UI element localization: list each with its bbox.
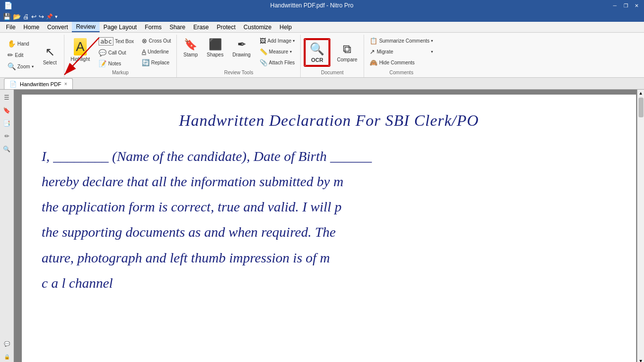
attach-label: Attach Files (269, 60, 295, 65)
pdf-line5: ature, photograph and left thumb impress… (42, 248, 616, 267)
shapes-button[interactable]: ⬛ Shapes (203, 36, 227, 60)
drawing-button[interactable]: ✒ Drawing (229, 36, 254, 60)
replace-button[interactable]: 🔄 Replace (139, 57, 173, 68)
ocr-button[interactable]: 🔍 OCR (305, 39, 329, 66)
title-bar: 📄 Handwritten PDF.pdf - Nitro Pro ─ ❐ ✕ (0, 0, 644, 11)
hide-comments-button[interactable]: 🙈 Hide Comments (367, 57, 435, 68)
sidebar-search[interactable]: 🔍 (1, 143, 13, 155)
qa-save[interactable]: 💾 (3, 13, 11, 20)
add-image-button[interactable]: 🖼 Add Image ▾ (257, 36, 297, 46)
sidebar-thumbnails[interactable]: ☰ (1, 92, 13, 103)
callout-button[interactable]: 💬 Call Out (96, 48, 136, 58)
crossout-button[interactable]: ⊗ Cross Out (139, 36, 173, 46)
pdf-viewer[interactable]: Handwritten Declaration For SBI Clerk/PO… (14, 90, 644, 362)
sidebar-annotations[interactable]: ✏ (1, 130, 13, 142)
crossout-icon: ⊗ (142, 37, 147, 45)
qa-undo[interactable]: ↩ (31, 13, 37, 20)
markup-group-label: Markup (112, 69, 128, 76)
hide-icon: 🙈 (370, 59, 377, 66)
minimize-button[interactable]: ─ (611, 2, 618, 9)
menu-bar: File Home Convert Review Page Layout For… (0, 22, 644, 33)
pdf-title: Handwritten Declaration For SBI Clerk/PO (42, 109, 616, 132)
underline-label: Underline (148, 49, 169, 54)
textbox-label: Text Box (115, 39, 134, 44)
close-button[interactable]: ✕ (633, 2, 640, 9)
ribbon-group-comments: 📋 Summarize Comments ▾ ↗ Migrate ▾ 🙈 Hid… (364, 35, 438, 77)
highlight-label: Highlight (71, 56, 90, 62)
menu-home[interactable]: Home (19, 22, 43, 32)
menu-convert[interactable]: Convert (43, 22, 72, 32)
sidebar-bookmarks[interactable]: 🔖 (1, 104, 13, 116)
summarize-dropdown: ▾ (431, 39, 433, 43)
document-tab[interactable]: 📄 Handwritten PDF × (4, 78, 73, 89)
summarize-comments-button[interactable]: 📋 Summarize Comments ▾ (367, 36, 435, 46)
menu-share[interactable]: Share (165, 22, 189, 32)
zoom-button[interactable]: 🔍 Zoom ▾ (5, 61, 36, 72)
pdf-tab-icon: 📄 (9, 81, 17, 88)
callout-label: Call Out (108, 50, 126, 55)
sidebar-pages[interactable]: 📑 (1, 117, 13, 129)
pdf-line2: hereby declare that all the information … (42, 172, 616, 191)
shapes-label: Shapes (207, 52, 223, 57)
ocr-icon: 🔍 (310, 42, 324, 56)
textbox-button[interactable]: abc Text Box (96, 36, 136, 47)
crossout-label: Cross Out (149, 38, 171, 44)
window-title: Handwritten PDF.pdf - Nitro Pro (12, 2, 611, 9)
scroll-down-button[interactable]: ▼ (638, 358, 644, 362)
tab-bar: 📄 Handwritten PDF × (0, 78, 644, 90)
sidebar-extra2[interactable]: 🔒 (1, 351, 13, 362)
menu-forms[interactable]: Forms (141, 22, 165, 32)
hand-button[interactable]: ✋ Hand (5, 38, 36, 49)
sidebar-extra1[interactable]: 💬 (1, 338, 13, 350)
stamp-icon: 🔖 (184, 38, 197, 51)
compare-button[interactable]: ⧉ Compare (333, 40, 361, 65)
menu-pagelayout[interactable]: Page Layout (100, 22, 141, 32)
ribbon-group-hand: ✋ Hand ✏ Edit 🔍 Zoom ▾ ↖ (2, 35, 64, 77)
qa-dropdown[interactable]: ▾ (55, 14, 57, 19)
menu-customize[interactable]: Customize (240, 22, 276, 32)
pdf-content: Handwritten Declaration For SBI Clerk/PO… (42, 109, 616, 293)
notes-button[interactable]: 📝 Notes (96, 58, 136, 69)
add-image-icon: 🖼 (260, 37, 266, 45)
comments-group-label: Comments (389, 69, 413, 76)
menu-protect[interactable]: Protect (213, 22, 240, 32)
menu-help[interactable]: Help (275, 22, 296, 32)
highlight-icon: A (74, 38, 86, 55)
ocr-label: OCR (311, 57, 323, 63)
ribbon: ✋ Hand ✏ Edit 🔍 Zoom ▾ ↖ (0, 33, 644, 78)
attach-files-button[interactable]: 📎 Attach Files (257, 57, 297, 68)
select-button[interactable]: ↖ Select (39, 43, 61, 68)
qa-pin[interactable]: 📌 (46, 13, 53, 20)
ocr-highlight-box: 🔍 OCR (304, 38, 330, 67)
highlight-button[interactable]: A Highlight (67, 36, 94, 64)
hand-icon: ✋ (7, 40, 16, 48)
callout-icon: 💬 (99, 49, 107, 56)
measure-button[interactable]: 📏 Measure ▾ (257, 47, 297, 57)
scroll-up-button[interactable]: ▲ (638, 90, 644, 97)
edit-button[interactable]: ✏ Edit (5, 50, 36, 60)
measure-icon: 📏 (260, 48, 268, 55)
underline-button[interactable]: A Underline (139, 47, 173, 57)
zoom-label: Zoom (17, 64, 30, 69)
vertical-scrollbar[interactable]: ▲ ▼ (637, 90, 644, 362)
stamp-label: Stamp (183, 52, 198, 57)
qa-open[interactable]: 📂 (13, 13, 21, 20)
notes-label: Notes (108, 61, 121, 66)
stamp-button[interactable]: 🔖 Stamp (180, 36, 201, 60)
qa-redo[interactable]: ↪ (39, 13, 44, 20)
menu-review[interactable]: Review (72, 22, 99, 32)
migrate-label: Migrate (376, 49, 393, 54)
migrate-button[interactable]: ↗ Migrate ▾ (367, 47, 435, 57)
menu-file[interactable]: File (2, 22, 19, 32)
measure-dropdown: ▾ (290, 50, 292, 54)
menu-erase[interactable]: Erase (189, 22, 213, 32)
restore-button[interactable]: ❐ (622, 2, 629, 9)
document-group-label: Document (321, 69, 344, 76)
summarize-icon: 📋 (370, 37, 377, 45)
edit-label: Edit (15, 52, 23, 58)
tab-name: Handwritten PDF (20, 81, 61, 87)
qa-print[interactable]: 🖨 (23, 13, 29, 20)
scroll-thumb[interactable] (639, 98, 644, 117)
replace-label: Replace (151, 60, 169, 65)
tab-close-button[interactable]: × (64, 81, 67, 87)
